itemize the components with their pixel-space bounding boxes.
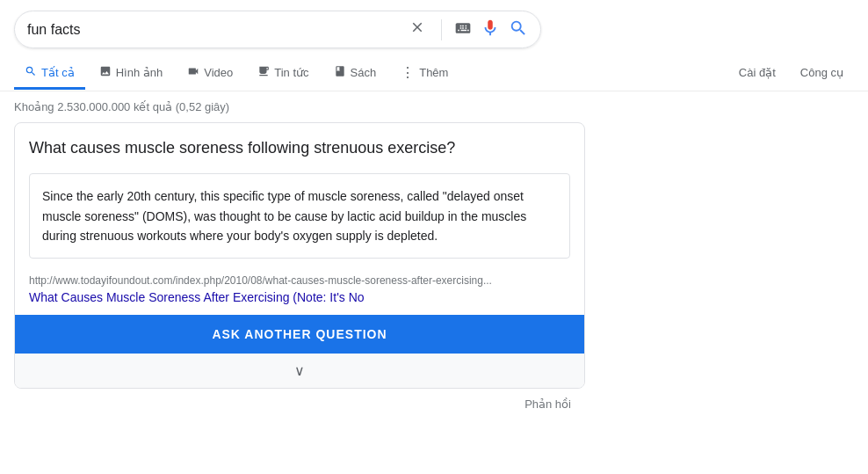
- source-url-text: http://www.todayifoundout.com/index.php/…: [29, 274, 492, 287]
- nav-item-all[interactable]: Tất cả: [14, 58, 85, 90]
- nav-label-images: Hình ảnh: [116, 66, 163, 79]
- source-link[interactable]: What Causes Muscle Soreness After Exerci…: [15, 288, 584, 315]
- answer-text: Since the early 20th century, this speci…: [42, 189, 526, 243]
- nav-label-all: Tất cả: [41, 66, 75, 79]
- nav-item-news[interactable]: Tin tức: [247, 58, 319, 90]
- answer-box: Since the early 20th century, this speci…: [29, 173, 570, 259]
- result-stats: Khoảng 2.530.000.000 kết quả (0,52 giây): [0, 91, 868, 122]
- video-nav-icon: [187, 65, 199, 80]
- source-url: http://www.todayifoundout.com/index.php/…: [15, 266, 584, 288]
- books-nav-icon: [334, 65, 346, 80]
- keyboard-icon[interactable]: [454, 19, 472, 40]
- search-input[interactable]: fun facts: [27, 22, 409, 38]
- source-link-text: What Causes Muscle Soreness After Exerci…: [29, 290, 365, 304]
- feedback-area: Phản hồi: [14, 392, 585, 416]
- nav-item-settings[interactable]: Cài đặt: [728, 59, 786, 89]
- navbar: Tất cả Hình ảnh Video Tin tức Sách ⋮ Thê…: [0, 52, 868, 91]
- chevron-area[interactable]: ∨: [15, 354, 584, 388]
- nav-item-video[interactable]: Video: [177, 58, 243, 90]
- nav-label-tools: Công cụ: [800, 66, 843, 79]
- nav-item-images[interactable]: Hình ảnh: [89, 58, 174, 90]
- nav-item-more[interactable]: ⋮ Thêm: [390, 57, 459, 91]
- nav-item-tools[interactable]: Công cụ: [790, 59, 854, 89]
- nav-label-books: Sách: [351, 66, 377, 79]
- news-nav-icon: [257, 65, 270, 80]
- ask-another-label: ASK ANOTHER QUESTION: [212, 327, 387, 341]
- search-icon[interactable]: [509, 18, 528, 40]
- image-nav-icon: [99, 65, 112, 80]
- feedback-label[interactable]: Phản hồi: [524, 397, 571, 411]
- ask-another-button[interactable]: ASK ANOTHER QUESTION: [15, 315, 584, 354]
- search-box: fun facts: [14, 11, 541, 48]
- question-text: What causes muscle soreness following st…: [29, 139, 455, 157]
- nav-right: Cài đặt Công cụ: [728, 59, 854, 89]
- clear-icon[interactable]: [409, 19, 425, 40]
- mic-icon[interactable]: [481, 18, 500, 40]
- nav-item-books[interactable]: Sách: [323, 58, 387, 90]
- knowledge-card: What causes muscle soreness following st…: [14, 122, 585, 389]
- result-stats-text: Khoảng 2.530.000.000 kết quả (0,52 giây): [14, 100, 229, 113]
- card-question: What causes muscle soreness following st…: [15, 123, 584, 166]
- chevron-icon: ∨: [294, 363, 305, 378]
- nav-label-news: Tin tức: [274, 66, 308, 79]
- search-nav-icon: [25, 65, 37, 80]
- more-nav-icon: ⋮: [401, 64, 415, 81]
- nav-label-video: Video: [204, 66, 233, 79]
- search-icons: [409, 18, 528, 40]
- search-bar-area: fun facts: [0, 0, 868, 48]
- nav-label-more: Thêm: [419, 66, 448, 79]
- separator: [441, 19, 442, 40]
- nav-label-settings: Cài đặt: [739, 66, 776, 79]
